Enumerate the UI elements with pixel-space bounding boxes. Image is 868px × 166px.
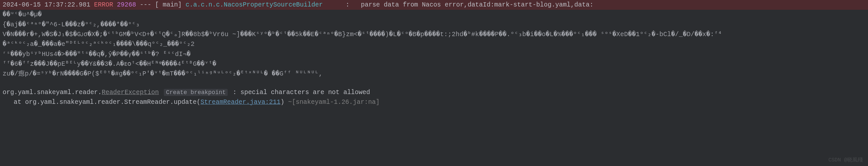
separator: --- [140, 1, 151, 8]
logger-class: c.a.c.n.c.NacosPropertySourceBuilder [186, 1, 323, 8]
jar-info: ~[snakeyaml-1.26.jar:na] [288, 99, 380, 106]
at-keyword: at [14, 99, 21, 106]
corrupt-data-line-4: �ᵃᶜᵏᵒᶜ₂a�_���a�e"ᴰᴱᴸᵒᶜ₂ᵃᶜᵏᵒᶜ₁����\���qᵒᶜ… [0, 39, 868, 49]
closing-paren: ) [280, 99, 284, 106]
corrupt-data-line-2: {�aj��ᶜᵃⁿᵒ�"^6-L���z�ᵒᶜ₂,����*��ᵒᶜ₃ [0, 20, 868, 30]
timestamp: 2024-06-15 17:37:22.981 [3, 1, 90, 8]
corrupt-data-line-3: V�N���r�+,W�S�J₁�$�Gᴊσ�X�;�ᶜᵗᵇGM�ᵇV<D+�ᶜ… [0, 30, 868, 39]
log-console: 2024-06-15 17:37:22.981 ERROR 29268 --- … [0, 0, 868, 107]
log-level-error: ERROR [94, 1, 113, 8]
corrupt-data-line-1: ��ᵘᶜ�u^�µ� [0, 10, 868, 20]
error-log-line: 2024-06-15 17:37:22.981 ERROR 29268 --- … [0, 0, 868, 10]
thread-name: [ main] [155, 1, 182, 8]
blank-line [0, 79, 868, 88]
log-message: parse data from Nacos error,dataId:mark-… [361, 1, 593, 8]
corrupt-data-line-7: zu�/瘛p/�=ˢʸᵇ�rN����G�P($ᴱᴼᵗ�#g��ᵒᶜ₁P'�ᵛᵗ… [0, 69, 868, 79]
corrupt-data-line-5: ʳˢ���ybˢʸᵇHUs4�>���ᴴᵗˢ��q�,ŷ�P��γ��ˢᵗᵇ�?… [0, 49, 868, 59]
source-file-link[interactable]: StreamReader.java:211 [200, 99, 280, 106]
colon: : [346, 1, 349, 8]
exception-line: org.yaml.snakeyaml.reader.ReaderExceptio… [0, 88, 868, 97]
exception-class-link[interactable]: ReaderException [102, 89, 159, 96]
exception-message: : special characters are not allowed [233, 89, 370, 96]
process-id: 29268 [117, 1, 136, 8]
stack-method: org.yaml.snakeyaml.reader.StreamReader.u… [25, 99, 200, 106]
exception-package: org.yaml.snakeyaml.reader. [3, 89, 102, 96]
stack-frame-line: at org.yaml.snakeyaml.reader.StreamReade… [0, 97, 868, 107]
create-breakpoint-button[interactable]: Create breakpoint [164, 89, 228, 96]
corrupt-data-line-6: ᶠᶠ�6�ᶠᶠz���J��pEᴮᴱᴸy��Y&��3�.A�ᴇᴏᵗ<��Hᴱᴺ… [0, 59, 868, 69]
